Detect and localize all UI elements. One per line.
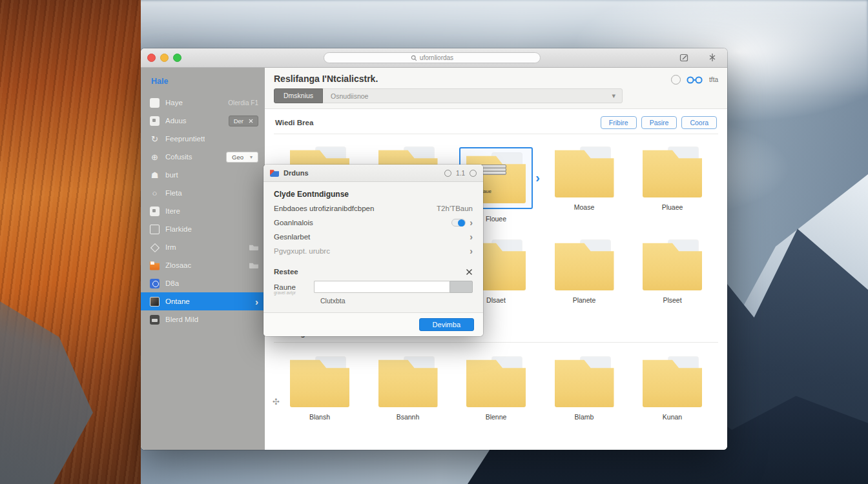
globe-icon: ⊕	[150, 152, 160, 162]
folder-icon	[643, 240, 702, 290]
archive-icon	[150, 315, 160, 325]
sidebar-item-irm[interactable]: Irm	[141, 238, 265, 256]
dialog-row-status: Enbdaoes utrofiziranibdfcbpen T2h'TBaun	[274, 201, 473, 216]
selection-chevron-icon: ›	[535, 170, 540, 185]
sidebar-item-aduus[interactable]: Aduus Der	[141, 112, 265, 130]
dialog-titlebar: Drduns 1.1	[264, 165, 483, 182]
sidebar-item-fleta[interactable]: ○ Fleta	[141, 184, 265, 202]
sidebar-item-haye[interactable]: Haye Olerdia F1	[141, 94, 265, 112]
sidebar-item-label: Itere	[165, 207, 180, 215]
help-circle-icon[interactable]	[444, 170, 451, 177]
name-input[interactable]	[314, 281, 450, 293]
sidebar-item-flarkide[interactable]: Flarkide	[141, 220, 265, 238]
close-window-button[interactable]	[147, 54, 156, 62]
sidebar-item-label: burt	[165, 171, 178, 179]
record-circle-icon[interactable]	[671, 75, 681, 85]
sidebar-item-label: Cofusits	[165, 153, 192, 161]
folder-item[interactable]: Plseet	[634, 240, 710, 305]
row-label: Enbdaoes utrofiziranibdfcbpen	[274, 205, 374, 212]
history-icon: ○	[150, 188, 160, 198]
chevron-right-icon: ›	[255, 296, 258, 307]
spectacles-icon[interactable]	[687, 76, 703, 85]
folder-label: Blamb	[575, 413, 594, 421]
dialog-title: Drduns	[284, 169, 309, 177]
main-header: Reslifanga I'Ntcialicstrk. tfta Dmsknius…	[265, 68, 727, 109]
folder-label: Blenne	[486, 413, 507, 421]
chevron-right-icon: ›	[470, 217, 473, 228]
dialog-footer: Devimba	[264, 312, 483, 336]
sidebar-item-feepruntiett[interactable]: ↻ Feepruntiett	[141, 130, 265, 148]
browser-icon	[150, 279, 160, 288]
sidebar-item-blerd-mild[interactable]: Blerd Mild	[141, 310, 265, 328]
sidebar-item-burt[interactable]: ☗ burt	[141, 166, 265, 184]
edit-icon[interactable]	[678, 52, 690, 63]
badge-label: Der	[234, 117, 243, 125]
dropdown-value: Geo	[232, 154, 243, 161]
sidebar-dropdown[interactable]: Geo ▾	[226, 152, 258, 163]
dialog-row-disabled[interactable]: Pgvgxupt. urubrc ›	[274, 244, 473, 258]
folder-item[interactable]: Planete	[546, 240, 623, 305]
folder-item[interactable]: Kunan	[634, 357, 710, 421]
sidebar-item-label: Haye	[165, 99, 183, 106]
chevron-down-icon[interactable]: ▾	[612, 92, 615, 100]
filter-bar[interactable]: Dmsknius Osnudiisnoe ▾	[274, 88, 623, 103]
dialog-row-link[interactable]: Gesnlarbet ›	[274, 230, 473, 244]
row-label: Goanlnalois	[274, 219, 313, 227]
row-label: Gesnlarbet	[274, 233, 310, 241]
folder-item[interactable]: Blenne	[458, 357, 534, 421]
folder-item[interactable]: Blamb	[546, 357, 623, 421]
chevron-right-icon: ›	[470, 232, 473, 242]
move-cursor-icon: ✣	[273, 397, 280, 407]
tools-icon[interactable]	[466, 268, 473, 276]
folder-label: Kunan	[663, 413, 682, 421]
folder-icon	[466, 357, 526, 407]
folder-item[interactable]: Bsannh	[370, 357, 446, 421]
sidebar-item-label: Fleta	[165, 189, 182, 197]
sidebar-item-zlosaac[interactable]: Zlosaac	[141, 256, 265, 274]
folder-item[interactable]: Pluaee	[634, 147, 710, 223]
fribire-button[interactable]: Fribire	[601, 116, 637, 129]
sidebar-item-d8a[interactable]: D8a	[141, 274, 265, 292]
coora-button[interactable]: Coora	[681, 116, 717, 129]
window-titlebar: ufornliordas	[141, 48, 727, 68]
settings-icon[interactable]	[707, 52, 718, 63]
sidebar-item-cofusits[interactable]: ⊕ Cofusits Geo ▾	[141, 148, 265, 166]
folder-icon	[555, 240, 614, 290]
sidebar: Hale Haye Olerdia F1 Aduus Der ↻ Feeprun…	[141, 68, 265, 450]
sidebar-item-itere[interactable]: Itere	[141, 202, 265, 220]
close-icon[interactable]	[249, 119, 253, 123]
calendar-icon	[150, 225, 160, 234]
section1-title: Wiedi Brea	[275, 119, 313, 126]
dialog-row-toggle[interactable]: Goanlnalois ›	[274, 216, 473, 230]
folder-icon	[643, 147, 702, 197]
folder-item[interactable]: Moase	[546, 147, 623, 223]
folder-icon	[249, 244, 258, 250]
folder-item[interactable]: Blansh	[282, 357, 358, 421]
sidebar-item-ontane-selected[interactable]: Ontane ›	[141, 292, 265, 310]
sidebar-item-label: D8a	[165, 279, 179, 287]
titlebar-search-input[interactable]: ufornliordas	[324, 52, 541, 63]
segment-active[interactable]: Dmsknius	[274, 88, 323, 103]
submit-button[interactable]: Devimba	[419, 318, 474, 331]
dialog-field-row: Raune gravel avtpr	[274, 281, 473, 293]
search-text: ufornliordas	[420, 54, 453, 61]
toggle-switch[interactable]	[451, 219, 466, 227]
sidebar-badge[interactable]: Der	[229, 116, 258, 126]
restore-label: Restee	[274, 268, 298, 276]
wallpaper-cliff	[0, 0, 141, 484]
sidebar-header: Hale	[151, 77, 265, 86]
close-circle-icon[interactable]	[470, 170, 477, 177]
folder-label: Blansh	[309, 413, 330, 421]
sidebar-item-label: Ontane	[165, 297, 190, 305]
apps-icon	[150, 116, 160, 126]
folder-icon	[555, 357, 614, 407]
input-browse-button[interactable]	[450, 281, 473, 293]
folder-label: Plseet	[663, 296, 681, 305]
zoom-window-button[interactable]	[173, 54, 181, 62]
home-icon	[150, 98, 160, 108]
pasire-button[interactable]: Pasire	[641, 116, 677, 129]
sidebar-item-label: Zlosaac	[165, 261, 191, 269]
minimize-window-button[interactable]	[160, 54, 169, 62]
sidebar-item-shortcut: Olerdia F1	[228, 99, 258, 106]
sidebar-item-label: Feepruntiett	[165, 135, 205, 143]
